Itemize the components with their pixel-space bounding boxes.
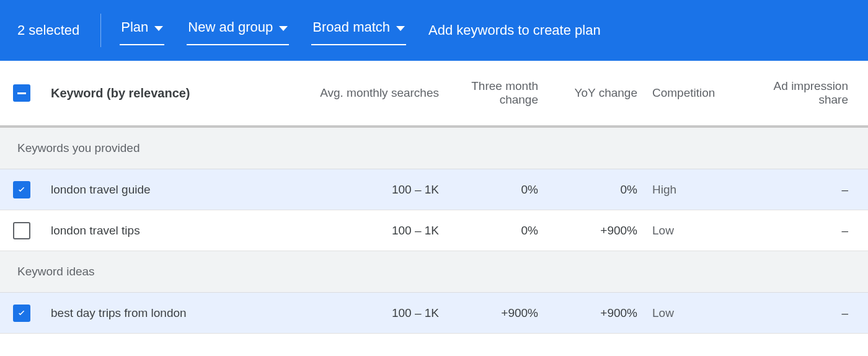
header-three-month[interactable]: Three month change — [446, 79, 546, 107]
chevron-down-icon — [396, 26, 405, 31]
separator — [100, 14, 101, 47]
three-month-cell: 0% — [446, 183, 546, 197]
ad-share-cell: – — [750, 224, 856, 238]
competition-cell: Low — [645, 224, 750, 238]
ad-share-cell: – — [750, 183, 856, 197]
header-ad-share[interactable]: Ad impression share — [750, 79, 856, 107]
match-type-dropdown-label: Broad match — [312, 19, 390, 35]
header-keyword[interactable]: Keyword (by relevance) — [43, 86, 273, 100]
yoy-cell: +900% — [546, 224, 645, 238]
header-competition[interactable]: Competition — [645, 86, 750, 100]
section-keywords-provided: Keywords you provided — [0, 128, 868, 169]
plan-dropdown-label: Plan — [121, 19, 148, 35]
row-checkbox[interactable] — [13, 222, 30, 239]
avg-searches-cell: 100 – 1K — [273, 306, 446, 320]
table-header: Keyword (by relevance) Avg. monthly sear… — [0, 61, 868, 128]
table-row[interactable]: london travel guide 100 – 1K 0% 0% High … — [0, 169, 868, 210]
yoy-cell: +900% — [546, 306, 645, 320]
row-checkbox[interactable] — [13, 181, 30, 198]
three-month-cell: +900% — [446, 306, 546, 320]
selected-count: 2 selected — [17, 22, 84, 38]
ad-group-dropdown-label: New ad group — [188, 19, 273, 35]
action-bar: 2 selected Plan New ad group Broad match… — [0, 0, 868, 61]
three-month-cell: 0% — [446, 224, 546, 238]
ad-group-dropdown[interactable]: New ad group — [187, 16, 289, 45]
competition-cell: High — [645, 183, 750, 197]
keyword-cell: london travel tips — [43, 224, 273, 238]
chevron-down-icon — [154, 26, 163, 31]
ad-share-cell: – — [750, 306, 856, 320]
header-yoy[interactable]: YoY change — [546, 86, 645, 100]
match-type-dropdown[interactable]: Broad match — [311, 16, 406, 45]
header-avg-searches[interactable]: Avg. monthly searches — [273, 86, 446, 100]
select-all-checkbox[interactable] — [13, 84, 30, 102]
check-icon — [16, 184, 27, 195]
plan-dropdown[interactable]: Plan — [120, 16, 164, 45]
table-row[interactable]: london travel tips 100 – 1K 0% +900% Low… — [0, 210, 868, 251]
check-icon — [16, 308, 27, 319]
add-keywords-prompt[interactable]: Add keywords to create plan — [428, 22, 601, 38]
yoy-cell: 0% — [546, 183, 645, 197]
section-keyword-ideas: Keyword ideas — [0, 251, 868, 293]
keyword-cell: london travel guide — [43, 183, 273, 197]
chevron-down-icon — [279, 26, 288, 31]
indeterminate-icon — [17, 92, 26, 94]
competition-cell: Low — [645, 306, 750, 320]
table-row[interactable]: best day trips from london 100 – 1K +900… — [0, 293, 868, 334]
keyword-cell: best day trips from london — [43, 306, 273, 320]
avg-searches-cell: 100 – 1K — [273, 224, 446, 238]
row-checkbox[interactable] — [13, 305, 30, 322]
avg-searches-cell: 100 – 1K — [273, 183, 446, 197]
